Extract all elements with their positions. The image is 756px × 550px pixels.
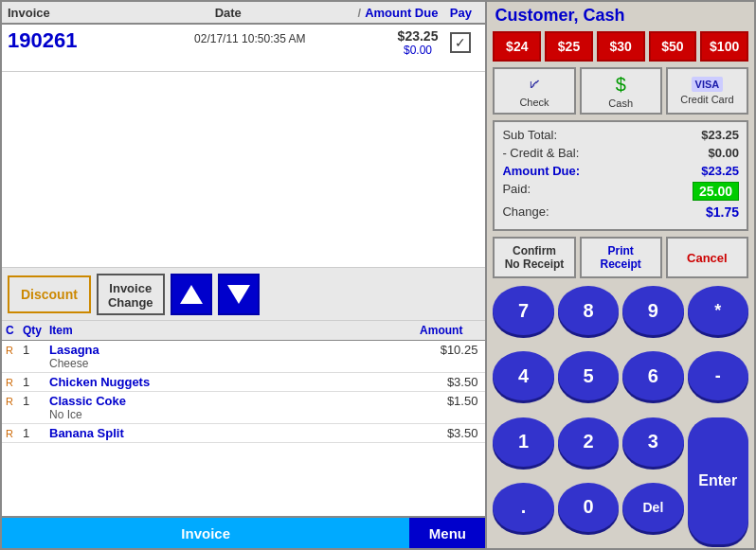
credit-card-label: Credit Card — [680, 94, 733, 105]
change-row: Change: $1.75 — [502, 204, 739, 220]
item-qty: 1 — [23, 426, 49, 440]
amount-due-value: $23.25 — [701, 164, 739, 178]
items-header: C Qty Item Amount — [2, 321, 485, 341]
customer-name: Customer, Cash — [487, 2, 754, 29]
num-8-button[interactable]: 8 — [558, 286, 619, 335]
cash-button[interactable]: $ Cash — [580, 67, 662, 115]
cash-icon: $ — [616, 74, 626, 96]
item-name: Classic Coke — [49, 394, 415, 408]
check-label: Check — [519, 97, 549, 108]
num-7-button[interactable]: 7 — [493, 286, 553, 335]
num-1-button[interactable]: 1 — [493, 417, 553, 467]
totals-section: Sub Total: $23.25 - Credit & Bal: $0.00 … — [493, 120, 748, 231]
quick-50[interactable]: $50 — [649, 31, 697, 62]
numpad: 789*456-123Enter.0Del — [487, 282, 754, 548]
item-sub: Cheese — [6, 357, 481, 370]
right-panel: Customer, Cash $24 $25 $30 $50 $100 🗸 Ch… — [487, 2, 754, 548]
item-sub: No Ice — [6, 408, 481, 421]
num-3-button[interactable]: 3 — [622, 417, 683, 467]
item-name: Lasagna — [49, 343, 415, 357]
quick-30[interactable]: $30 — [597, 31, 645, 62]
invoice-amount-due: $23.25 — [398, 28, 439, 44]
pay-checkbox[interactable]: ✓ — [450, 32, 471, 53]
num-star-button[interactable]: * — [688, 286, 748, 335]
invoice-bottom-button[interactable]: Invoice — [2, 518, 409, 548]
table-row[interactable]: R 1 Chicken Nuggets $3.50 — [2, 373, 485, 392]
sub-total-label: Sub Total: — [502, 128, 557, 142]
num-6-button[interactable]: 6 — [622, 351, 683, 400]
credit-card-button[interactable]: VISA Credit Card — [666, 67, 748, 115]
item-amount: $3.50 — [415, 375, 481, 389]
visa-icon: VISA — [692, 77, 724, 92]
quick-25[interactable]: $25 — [545, 31, 593, 62]
num-minus-button[interactable]: - — [688, 351, 748, 400]
confirm-area: ConfirmNo Receipt PrintReceipt Cancel — [487, 233, 754, 282]
action-bar: Discount InvoiceChange — [2, 268, 485, 321]
invoice-row: 190261 02/17/11 10:50:35 AM $23.25 $0.00… — [2, 25, 485, 72]
item-name: Chicken Nuggets — [49, 375, 415, 389]
scroll-header — [466, 324, 481, 337]
scroll-down-button[interactable] — [218, 274, 260, 315]
amount-due-label: Amount Due: — [502, 164, 580, 178]
confirm-no-receipt-button[interactable]: ConfirmNo Receipt — [493, 237, 575, 278]
print-receipt-button[interactable]: PrintReceipt — [580, 237, 662, 278]
invoice-date: 02/17/11 10:50:35 AM — [102, 28, 398, 45]
slash-divider: / — [358, 6, 362, 20]
cash-label: Cash — [608, 98, 633, 109]
check-button[interactable]: 🗸 Check — [493, 67, 575, 115]
item-name: Banana Split — [49, 426, 415, 440]
change-label: Change: — [502, 204, 549, 220]
num-.-button[interactable]: . — [493, 483, 553, 532]
num-5-button[interactable]: 5 — [558, 351, 619, 400]
qty-header: Qty — [23, 324, 49, 337]
amount-header: Amount — [400, 324, 466, 337]
item-qty: 1 — [23, 375, 49, 389]
item-c: R — [6, 377, 23, 388]
pay-col-label: Pay — [450, 6, 472, 20]
item-amount: $1.50 — [415, 394, 481, 408]
items-section: C Qty Item Amount R 1 Lasagna $10.25 Che… — [2, 321, 485, 516]
table-row[interactable]: R 1 Banana Split $3.50 — [2, 424, 485, 443]
invoice-number: 190261 — [8, 28, 102, 53]
num-4-button[interactable]: 4 — [493, 351, 553, 400]
num-2-button[interactable]: 2 — [558, 417, 619, 467]
item-c: R — [6, 396, 23, 407]
quick-100[interactable]: $100 — [700, 31, 748, 62]
num-0-button[interactable]: 0 — [558, 483, 619, 532]
enter-button[interactable]: Enter — [688, 417, 748, 545]
table-row[interactable]: R 1 Lasagna $10.25 Cheese — [2, 341, 485, 373]
invoice-change-button[interactable]: InvoiceChange — [97, 274, 165, 315]
payment-methods: 🗸 Check $ Cash VISA Credit Card — [487, 65, 754, 118]
left-panel: Invoice Date / Amount Due Pay 190261 02/… — [2, 2, 487, 548]
item-qty: 1 — [23, 394, 49, 408]
table-row[interactable]: R 1 Classic Coke $1.50 No Ice — [2, 392, 485, 424]
invoice-amount-zero: $0.00 — [398, 44, 439, 57]
arrow-down-icon — [227, 285, 250, 304]
scroll-up-button[interactable] — [171, 274, 212, 315]
date-col-label: Date — [215, 6, 242, 20]
quick-amounts: $24 $25 $30 $50 $100 — [487, 29, 754, 65]
num-9-button[interactable]: 9 — [622, 286, 683, 335]
arrow-up-icon — [180, 285, 203, 304]
credit-bal-label: - Credit & Bal: — [502, 146, 579, 160]
amount-due-row: Amount Due: $23.25 — [502, 164, 739, 178]
menu-bottom-button[interactable]: Menu — [409, 518, 485, 548]
items-list: R 1 Lasagna $10.25 Cheese R 1 Chicken Nu… — [2, 341, 485, 443]
item-c: R — [6, 428, 23, 439]
credit-bal-value: $0.00 — [708, 146, 739, 160]
credit-bal-row: - Credit & Bal: $0.00 — [502, 146, 739, 160]
item-amount: $3.50 — [415, 426, 481, 440]
paid-row: Paid: 25.00 — [502, 182, 739, 201]
invoice-header: Invoice Date / Amount Due Pay — [2, 2, 485, 25]
invoice-empty-area — [2, 72, 485, 268]
cancel-button[interactable]: Cancel — [666, 237, 748, 278]
sub-total-row: Sub Total: $23.25 — [502, 128, 739, 142]
discount-button[interactable]: Discount — [8, 275, 91, 313]
del-button[interactable]: Del — [622, 483, 683, 532]
quick-24[interactable]: $24 — [493, 31, 541, 62]
paid-label: Paid: — [502, 182, 531, 201]
change-value: $1.75 — [706, 204, 739, 220]
c-header: C — [6, 324, 23, 337]
item-qty: 1 — [23, 343, 49, 357]
bottom-bar: Invoice Menu — [2, 516, 485, 548]
